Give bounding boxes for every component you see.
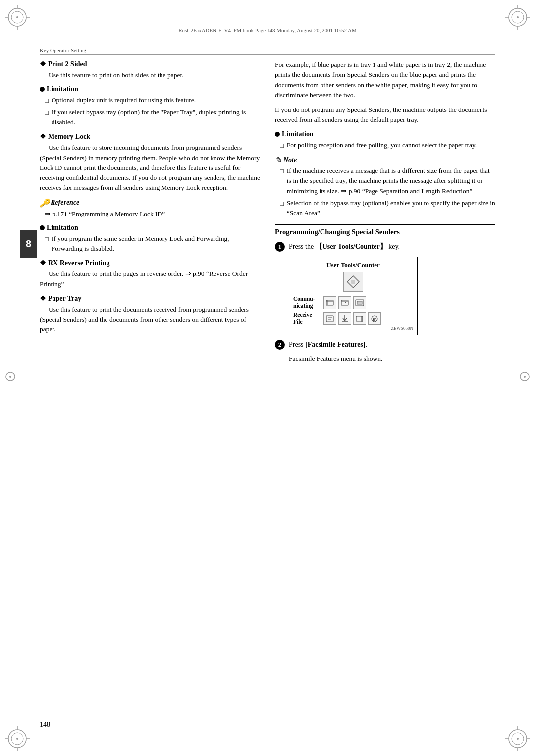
note-item-2: Selection of the bypass tray (optional) … <box>280 198 495 218</box>
note-list: If the machine receives a message that i… <box>275 166 495 218</box>
print-2-sided-heading: ❖ Print 2 Sided <box>40 60 260 68</box>
limitation-3-label: Limitation <box>282 130 314 138</box>
panel-icon-receive-1 <box>323 312 336 325</box>
limitation-3-item-1: For polling reception and free polling, … <box>280 140 495 151</box>
rx-reverse-printing-body: Use this feature to print the pages in r… <box>40 269 260 289</box>
panel-center-btn-area <box>293 272 413 292</box>
paper-tray-label: Paper Tray <box>48 295 81 303</box>
note-label: Note <box>283 156 297 164</box>
panel-receive-icons: 8/r <box>323 312 381 325</box>
svg-rect-37 <box>341 300 348 305</box>
svg-point-23 <box>517 738 519 740</box>
limitation-3-list: For polling reception and free polling, … <box>275 140 495 151</box>
panel-row-commu: Commu-nicating <box>293 296 413 310</box>
svg-text:8/r: 8/r <box>373 317 377 322</box>
page-content: Key Operator Setting 8 ❖ Print 2 Sided U… <box>40 47 495 721</box>
panel-diamond-button <box>343 272 363 292</box>
border-bottom <box>30 731 505 731</box>
rx-reverse-printing-heading: ❖ RX Reverse Printing <box>40 259 260 267</box>
diamond-icon-rx: ❖ <box>40 259 46 267</box>
intro-text-2: If you do not program any Special Sender… <box>275 105 495 125</box>
bullet-circle-3 <box>275 132 280 137</box>
corner-decoration-tl <box>5 5 30 30</box>
page-number: 148 <box>40 721 50 729</box>
limitation-1-item-2: If you select bypass tray (option) for t… <box>45 108 260 128</box>
reference-icon: 🔑 <box>40 198 50 208</box>
bullet-circle-2 <box>40 225 45 230</box>
reference-text: ⇒ p.171 “Programming a Memory Lock ID” <box>40 209 260 219</box>
print-2-sided-body: Use this feature to print on both sides … <box>40 70 260 80</box>
left-side-marker <box>5 371 16 382</box>
limitation-1-list: Optional duplex unit is required for usi… <box>40 95 260 127</box>
limitation-2-label: Limitation <box>47 224 78 232</box>
memory-lock-body: Use this feature to store incoming docum… <box>40 143 260 193</box>
corner-decoration-bl <box>5 726 30 751</box>
panel-icon-commu-3 <box>353 296 366 309</box>
svg-rect-40 <box>357 301 362 304</box>
svg-point-31 <box>524 376 526 378</box>
step-1-number: 1 <box>275 242 285 252</box>
panel-icon-commu-2 <box>338 296 351 309</box>
diamond-icon-print: ❖ <box>40 60 46 68</box>
svg-point-29 <box>9 376 11 378</box>
panel-commu-label: Commu-nicating <box>293 296 321 310</box>
step-2-number: 2 <box>275 340 285 350</box>
panel-row-receive: ReceiveFile <box>293 312 413 325</box>
programming-heading: Programming/Changing Special Senders <box>275 228 495 236</box>
svg-rect-41 <box>326 316 333 322</box>
limitation-3-heading: Limitation <box>275 130 495 138</box>
memory-lock-heading: ❖ Memory Lock <box>40 132 260 141</box>
page-header: RusC2FaxADEN-F_V4_FM.book Page 148 Monda… <box>40 27 495 35</box>
step-1-text: Press the 【User Tools/Counter】 key. <box>289 241 495 252</box>
reference-heading: 🔑 Reference <box>40 198 260 208</box>
reference-section: 🔑 Reference ⇒ p.171 “Programming a Memor… <box>40 198 260 219</box>
panel-icon-commu-1 <box>323 296 336 309</box>
panel-caption: ZEWS050N <box>293 326 413 331</box>
memory-lock-label: Memory Lock <box>48 133 90 141</box>
panel-icon-receive-2 <box>338 312 351 325</box>
diamond-icon-memory: ❖ <box>40 132 46 141</box>
limitation-1-item-1: Optional duplex unit is required for usi… <box>45 95 260 106</box>
key-bracket-user-tools: 【User Tools/Counter】 <box>316 243 387 250</box>
corner-decoration-tr <box>505 5 530 30</box>
right-column: For example, if blue paper is in tray 1 … <box>275 60 495 363</box>
svg-point-16 <box>16 738 18 740</box>
note-section: ✎ Note If the machine receives a message… <box>275 155 495 218</box>
panel-title: User Tools/Counter <box>293 261 413 269</box>
print-2-sided-label: Print 2 Sided <box>48 60 87 68</box>
bullet-circle-1 <box>40 87 45 92</box>
svg-rect-34 <box>326 300 333 305</box>
border-top <box>30 25 505 25</box>
key-operator-label: Key Operator Setting <box>40 47 495 55</box>
paper-tray-body: Use this feature to print the documents … <box>40 305 260 335</box>
limitation-2-list: If you program the same sender in Memory… <box>40 234 260 254</box>
limitation-2-heading: Limitation <box>40 224 260 232</box>
programming-section: Programming/Changing Special Senders 1 P… <box>275 224 495 363</box>
limitation-2-item-1: If you program the same sender in Memory… <box>45 234 260 254</box>
reference-label: Reference <box>51 199 79 207</box>
step-1-row: 1 Press the 【User Tools/Counter】 key. <box>275 241 495 252</box>
panel-icon-receive-3 <box>353 312 366 325</box>
panel-rows: Commu-nicating <box>293 296 413 325</box>
chapter-tab: 8 <box>20 230 37 258</box>
panel-diagram: User Tools/Counter Commu-nicating <box>289 257 418 335</box>
panel-commu-icons <box>323 296 366 309</box>
svg-rect-33 <box>351 280 355 284</box>
svg-rect-45 <box>356 316 361 321</box>
note-heading: ✎ Note <box>275 155 495 164</box>
note-item-1: If the machine receives a message that i… <box>280 166 495 196</box>
intro-text-1: For example, if blue paper is in tray 1 … <box>275 60 495 100</box>
diamond-icon-paper: ❖ <box>40 294 46 303</box>
panel-icon-receive-4: 8/r <box>368 312 381 325</box>
two-column-layout: ❖ Print 2 Sided Use this feature to prin… <box>40 60 495 363</box>
step-2-note: Facsimile Features menu is shown. <box>275 355 495 363</box>
svg-point-2 <box>16 16 18 18</box>
paper-tray-heading: ❖ Paper Tray <box>40 294 260 303</box>
panel-receive-label: ReceiveFile <box>293 312 321 325</box>
rx-reverse-printing-label: RX Reverse Printing <box>48 259 109 267</box>
note-icon: ✎ <box>275 155 281 164</box>
corner-decoration-br <box>505 726 530 751</box>
step-2-text: Press [Facsimile Features]. <box>289 339 495 350</box>
left-column: ❖ Print 2 Sided Use this feature to prin… <box>40 60 260 363</box>
limitation-1-heading: Limitation <box>40 85 260 93</box>
